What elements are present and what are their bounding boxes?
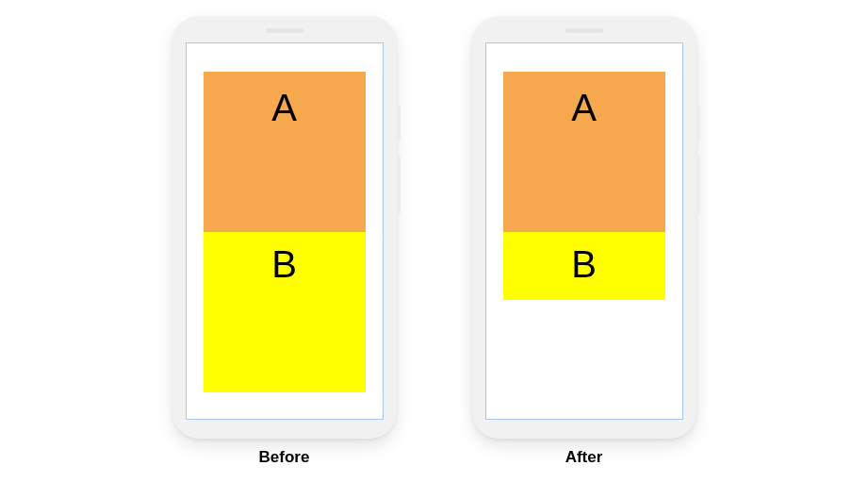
phone-frame-before: A B xyxy=(172,16,397,439)
speaker-icon xyxy=(266,28,303,33)
phone-after-container: A B After xyxy=(472,16,696,467)
phone-frame-after: A B xyxy=(472,16,696,439)
block-b-before: B xyxy=(204,232,366,392)
screen-before: A B xyxy=(186,42,384,420)
caption-after: After xyxy=(565,448,603,467)
block-a-label: A xyxy=(571,89,597,126)
power-button-icon xyxy=(397,106,401,141)
power-button-icon xyxy=(696,106,700,141)
block-a-label: A xyxy=(271,89,297,126)
volume-button-icon xyxy=(696,156,700,214)
block-a-before: A xyxy=(204,72,366,232)
phone-before-container: A B Before xyxy=(172,16,397,467)
screen-after: A B xyxy=(485,42,683,420)
block-b-after: B xyxy=(503,232,665,300)
caption-before: Before xyxy=(259,448,310,467)
speaker-icon xyxy=(565,28,603,33)
volume-button-icon xyxy=(397,156,401,214)
block-b-label: B xyxy=(271,245,297,283)
block-a-after: A xyxy=(503,72,665,232)
block-b-label: B xyxy=(571,245,597,283)
